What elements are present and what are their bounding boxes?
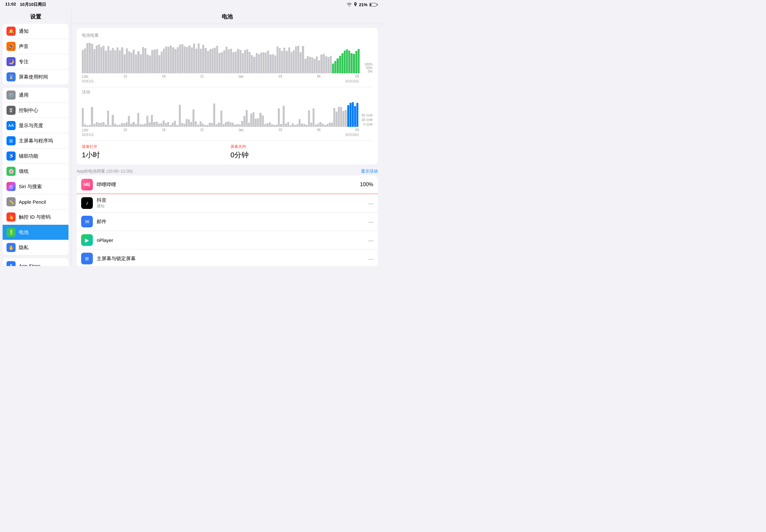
battery-bar <box>198 43 200 73</box>
activity-bar <box>176 125 178 127</box>
battery-bar <box>265 53 267 73</box>
sidebar-item-touch-id[interactable]: 👆 触控 ID 与密码 <box>3 210 68 225</box>
sidebar-item-privacy[interactable]: ✋ 隐私 <box>3 240 68 255</box>
activity-bar <box>181 123 183 127</box>
activity-bar <box>352 102 354 127</box>
battery-bar <box>276 46 278 73</box>
sidebar-item-control-center[interactable]: 🎛 控制中心 <box>3 103 68 118</box>
appstore-icon: A <box>6 261 16 266</box>
activity-bar <box>103 122 104 127</box>
activity-bar <box>317 124 319 127</box>
sidebar-item-wallpaper[interactable]: 🌸 墙纸 <box>3 164 68 179</box>
activity-bar <box>269 122 271 127</box>
battery-bar <box>153 50 155 73</box>
battery-bar <box>313 59 315 73</box>
sidebar-item-battery[interactable]: 🔋 电池 <box>3 225 68 240</box>
x-12: 12时 <box>82 75 89 79</box>
douyin-usage: — <box>368 200 373 206</box>
battery-bar <box>249 52 250 73</box>
sidebar-item-display[interactable]: AA 显示与亮度 <box>3 118 68 133</box>
battery-bar <box>89 43 91 73</box>
sidebar-group-1: 🔔 通知 🔊 声音 🌙 专注 ⌛ 屏幕使用时间 <box>3 24 68 84</box>
battery-bar <box>269 54 271 73</box>
sidebar-item-siri[interactable]: ◎ Siri 与搜索 <box>3 179 68 194</box>
sidebar-item-label: 墙纸 <box>19 168 29 175</box>
activity-bar <box>215 124 217 127</box>
battery-chart-title: 电池电量 <box>82 32 372 38</box>
battery-bar <box>299 52 301 73</box>
sidebar-item-apple-pencil[interactable]: ✏️ Apple Pencil <box>3 194 68 210</box>
activity-bar <box>100 123 102 127</box>
sidebar-item-general[interactable]: ⚙️ 通用 <box>3 88 68 103</box>
app-row-douyin: ♪ 抖音 通知 — <box>77 194 378 212</box>
show-activity-button[interactable]: 显示活动 <box>361 168 378 174</box>
battery-bar <box>225 47 227 73</box>
battery-bar <box>114 50 116 73</box>
battery-bar <box>170 45 172 73</box>
activity-bar <box>227 121 229 127</box>
sidebar-item-focus[interactable]: 🌙 专注 <box>3 54 68 69</box>
sidebar-item-notifications[interactable]: 🔔 通知 <box>3 24 68 39</box>
activity-bar <box>296 124 298 127</box>
bilibili-icon: b站 <box>81 179 93 190</box>
battery-bar <box>124 54 126 73</box>
activity-bar <box>96 122 98 127</box>
sidebar-item-sound[interactable]: 🔊 声音 <box>3 39 68 54</box>
ay-30: 30 分钟 <box>361 118 372 122</box>
battery-bar <box>283 48 285 73</box>
sidebar-item-accessibility[interactable]: ♿ 辅助功能 <box>3 149 68 164</box>
battery-bar <box>212 48 213 73</box>
display-icon: AA <box>6 121 16 130</box>
douyin-info: 抖音 通知 <box>97 197 368 209</box>
control-center-icon: 🎛 <box>6 106 16 115</box>
battery-bar <box>244 50 246 73</box>
battery-bar <box>98 44 100 73</box>
app-row-nplayer: ▶ nPlayer — <box>77 231 378 249</box>
battery-bar <box>200 49 202 73</box>
battery-bar <box>316 56 318 73</box>
ay-60: 60 分钟 <box>361 113 372 118</box>
date-right: 10月10日 <box>345 79 359 84</box>
battery-bar <box>82 50 84 73</box>
activity-x-labels: 12时 15 18 21 0时 03 06 09 <box>82 128 372 133</box>
activity-bar <box>340 107 342 127</box>
activity-chart-area <box>82 98 358 127</box>
battery-bar <box>235 52 237 73</box>
battery-bar <box>279 48 281 73</box>
sidebar-item-appstore[interactable]: A App Store <box>3 258 68 266</box>
activity-bar <box>259 113 261 127</box>
activity-bar <box>158 124 160 127</box>
battery-bar <box>151 50 153 73</box>
activity-bar <box>84 124 86 127</box>
sidebar-group-3: A App Store <box>3 258 68 266</box>
activity-bar <box>98 123 100 127</box>
battery-x-labels: 12时 15 18 21 0时 03 06 09 <box>82 75 372 79</box>
battery-bar <box>288 47 290 73</box>
battery-bar <box>251 55 253 73</box>
sidebar-item-label: 控制中心 <box>19 107 38 114</box>
sidebar-item-home-screen[interactable]: ⊞ 主屏幕与程序坞 <box>3 133 68 149</box>
battery-bar <box>339 56 341 73</box>
battery-bar <box>149 55 151 73</box>
activity-bar <box>86 125 88 127</box>
battery-bar <box>195 49 197 73</box>
activity-bar <box>329 123 331 127</box>
battery-bar <box>223 50 225 73</box>
content-area: 电池 电池电量 100% 50% 0% <box>71 9 383 266</box>
x-21: 21 <box>200 75 204 79</box>
activity-bar <box>121 123 123 127</box>
sidebar-item-label: 隐私 <box>19 245 29 251</box>
activity-bar <box>202 124 204 127</box>
activity-bar <box>160 123 162 127</box>
activity-bar <box>167 122 169 127</box>
sidebar-item-screen-time[interactable]: ⌛ 屏幕使用时间 <box>3 69 68 84</box>
activity-bar <box>347 105 349 127</box>
activity-bar <box>349 103 351 127</box>
battery-bar <box>311 57 313 73</box>
activity-bar <box>326 124 328 127</box>
battery-icon <box>369 3 378 6</box>
sidebar-item-label: 通知 <box>19 28 29 34</box>
x-9: 09 <box>355 75 359 79</box>
activity-bar <box>294 125 296 127</box>
battery-bar <box>179 44 181 73</box>
